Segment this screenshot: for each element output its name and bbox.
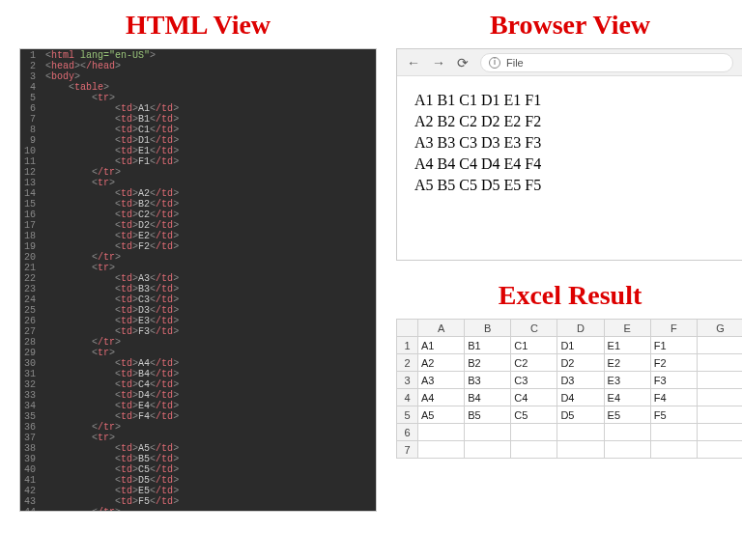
excel-cell[interactable]: [697, 354, 742, 372]
excel-cell[interactable]: D5: [557, 406, 604, 424]
excel-cell[interactable]: A2: [418, 354, 465, 372]
excel-cell[interactable]: [511, 424, 557, 441]
excel-cell[interactable]: [557, 441, 604, 459]
excel-cell[interactable]: C3: [511, 372, 557, 389]
excel-row-header: 2: [397, 354, 418, 372]
excel-cell[interactable]: C4: [511, 389, 557, 406]
excel-corner-cell: [397, 320, 418, 337]
excel-cell[interactable]: [604, 424, 650, 441]
url-label: File: [506, 57, 524, 69]
code-editor-panel: 1 2 3 4 5 6 7 8 9 10 11 12 13 14 15 16 1…: [19, 48, 377, 512]
excel-cell[interactable]: A5: [418, 406, 465, 424]
excel-row: 2A2B2C2D2E2F2: [397, 354, 743, 372]
excel-row-header: 3: [397, 372, 418, 389]
excel-row-header: 5: [397, 406, 418, 424]
excel-cell[interactable]: B3: [465, 372, 511, 389]
excel-cell[interactable]: F4: [650, 389, 697, 406]
excel-cell[interactable]: C1: [511, 337, 557, 354]
excel-row: 3A3B3C3D3E3F3: [397, 372, 743, 389]
excel-row: 4A4B4C4D4E4F4: [397, 389, 743, 406]
excel-header-row: ABCDEFG: [397, 320, 743, 337]
excel-cell[interactable]: [511, 441, 557, 459]
browser-panel: ← → ⟳ i File A1 B1 C1 D1 E1 F1A2 B2 C2 D…: [396, 48, 742, 261]
excel-cell[interactable]: [697, 406, 742, 424]
excel-panel: ABCDEFG 1A1B1C1D1E1F12A2B2C2D2E2F23A3B3C…: [396, 319, 742, 512]
excel-cell[interactable]: [418, 424, 465, 441]
excel-cell[interactable]: B1: [465, 337, 511, 354]
excel-cell[interactable]: E1: [604, 337, 650, 354]
excel-cell[interactable]: [697, 424, 742, 441]
excel-cell[interactable]: [557, 424, 604, 441]
excel-cell[interactable]: E4: [604, 389, 650, 406]
browser-output-line: A1 B1 C1 D1 E1 F1: [414, 90, 726, 111]
forward-icon[interactable]: →: [432, 55, 445, 70]
excel-col-header: B: [465, 320, 511, 337]
excel-cell[interactable]: E3: [604, 372, 650, 389]
excel-cell[interactable]: B2: [465, 354, 511, 372]
excel-col-header: C: [511, 320, 557, 337]
excel-row-header: 1: [397, 337, 418, 354]
excel-cell[interactable]: [465, 424, 511, 441]
excel-row-header: 4: [397, 389, 418, 406]
excel-cell[interactable]: F2: [650, 354, 697, 372]
browser-view-title: Browser View: [396, 10, 742, 41]
excel-cell[interactable]: D2: [557, 354, 604, 372]
browser-output-line: A5 B5 C5 D5 E5 F5: [414, 175, 726, 196]
excel-cell[interactable]: A4: [418, 389, 465, 406]
excel-cell[interactable]: D3: [557, 372, 604, 389]
excel-row-header: 7: [397, 441, 418, 459]
excel-cell[interactable]: E2: [604, 354, 650, 372]
excel-col-header: A: [418, 320, 465, 337]
code-body: <html lang="en-US"> <head></head> <body>…: [42, 49, 183, 511]
info-icon: i: [489, 57, 500, 69]
excel-cell[interactable]: F5: [650, 406, 697, 424]
excel-cell[interactable]: [650, 441, 697, 459]
excel-cell[interactable]: [697, 389, 742, 406]
browser-toolbar: ← → ⟳ i File: [397, 49, 742, 76]
excel-cell[interactable]: F1: [650, 337, 697, 354]
excel-cell[interactable]: D4: [557, 389, 604, 406]
excel-cell[interactable]: [465, 441, 511, 459]
excel-cell[interactable]: [418, 441, 465, 459]
excel-cell[interactable]: F3: [650, 372, 697, 389]
excel-cell[interactable]: D1: [557, 337, 604, 354]
excel-sheet: ABCDEFG 1A1B1C1D1E1F12A2B2C2D2E2F23A3B3C…: [396, 319, 742, 459]
excel-cell[interactable]: B5: [465, 406, 511, 424]
excel-cell[interactable]: C5: [511, 406, 557, 424]
url-box[interactable]: i File: [480, 53, 733, 72]
excel-col-header: D: [557, 320, 604, 337]
excel-col-header: F: [650, 320, 697, 337]
browser-output-line: A4 B4 C4 D4 E4 F4: [414, 154, 726, 175]
browser-output-line: A2 B2 C2 D2 E2 F2: [414, 111, 726, 132]
excel-cell[interactable]: [650, 424, 697, 441]
excel-cell[interactable]: E5: [604, 406, 650, 424]
excel-cell[interactable]: A1: [418, 337, 465, 354]
excel-cell[interactable]: A3: [418, 372, 465, 389]
excel-cell[interactable]: [697, 441, 742, 459]
back-icon[interactable]: ←: [407, 55, 420, 70]
excel-row: 6: [397, 424, 743, 441]
excel-body: 1A1B1C1D1E1F12A2B2C2D2E2F23A3B3C3D3E3F34…: [397, 337, 743, 459]
excel-cell[interactable]: B4: [465, 389, 511, 406]
html-view-title: HTML View: [19, 10, 377, 41]
excel-cell[interactable]: [697, 337, 742, 354]
excel-cell[interactable]: C2: [511, 354, 557, 372]
excel-row: 7: [397, 441, 743, 459]
excel-result-title: Excel Result: [396, 280, 742, 311]
excel-row-header: 6: [397, 424, 418, 441]
excel-cell[interactable]: [697, 372, 742, 389]
browser-page: A1 B1 C1 D1 E1 F1A2 B2 C2 D2 E2 F2A3 B3 …: [397, 76, 742, 210]
excel-cell[interactable]: [604, 441, 650, 459]
excel-col-header: E: [604, 320, 650, 337]
excel-row: 1A1B1C1D1E1F1: [397, 337, 743, 354]
excel-col-header: G: [697, 320, 742, 337]
reload-icon[interactable]: ⟳: [457, 55, 469, 70]
browser-output-line: A3 B3 C3 D3 E3 F3: [414, 132, 726, 154]
excel-row: 5A5B5C5D5E5F5: [397, 406, 743, 424]
code-gutter: 1 2 3 4 5 6 7 8 9 10 11 12 13 14 15 16 1…: [20, 49, 42, 511]
